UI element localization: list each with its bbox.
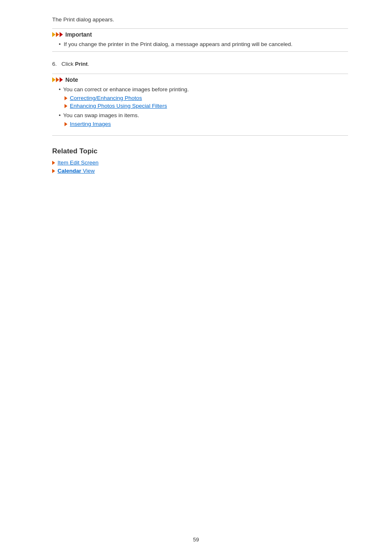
calendar-view-text: View	[81, 168, 95, 174]
link-calendar-view[interactable]: Calendar View	[58, 168, 95, 174]
link-row-enhancing: Enhancing Photos Using Special Filters	[65, 103, 348, 109]
arrow-icon-3	[65, 122, 67, 126]
note-bullet-2: You can swap images in items. Inserting …	[59, 112, 348, 127]
note-bullet-1-text: You can correct or enhance images before…	[59, 86, 348, 92]
note-icon	[52, 77, 63, 82]
link-row-inserting: Inserting Images	[65, 121, 348, 127]
note-box: Note You can correct or enhance images b…	[52, 74, 348, 136]
important-box: Important If you change the printer in t…	[52, 28, 348, 52]
related-topic-section: Related Topic Item Edit Screen Calendar …	[52, 147, 348, 174]
link-correcting-enhancing[interactable]: Correcting/Enhancing Photos	[70, 95, 142, 101]
important-bullet: If you change the printer in the Print d…	[59, 41, 348, 47]
important-content: If you change the printer in the Print d…	[52, 39, 348, 51]
note-bullet-2-links: Inserting Images	[65, 121, 348, 127]
important-header: Important	[52, 29, 348, 39]
related-link-row-1: Item Edit Screen	[52, 160, 348, 166]
arrow-icon-1	[65, 96, 67, 100]
link-enhancing-special[interactable]: Enhancing Photos Using Special Filters	[70, 103, 167, 109]
note-arrows	[52, 77, 63, 82]
arrow-icon-related-1	[52, 161, 55, 165]
step-6: 6. Click Print.	[52, 61, 348, 67]
note-content: You can correct or enhance images before…	[52, 85, 348, 135]
link-inserting-images[interactable]: Inserting Images	[70, 121, 111, 127]
step-text-click: Click	[62, 61, 75, 67]
page-footer: 59	[0, 536, 392, 543]
important-icon	[52, 32, 63, 37]
note-label: Note	[65, 76, 78, 83]
note-bullet-1-links: Correcting/Enhancing Photos Enhancing Ph…	[65, 95, 348, 109]
related-topic-title: Related Topic	[52, 147, 348, 155]
arrow-icon-2	[65, 104, 67, 108]
note-header: Note	[52, 74, 348, 85]
intro-paragraph: The Print dialog appears.	[52, 16, 348, 23]
link-row-correcting: Correcting/Enhancing Photos	[65, 95, 348, 101]
note-bullet-1: You can correct or enhance images before…	[59, 86, 348, 109]
important-label: Important	[65, 31, 92, 38]
step-number: 6.	[52, 61, 57, 67]
calendar-bold: Calendar	[58, 168, 81, 174]
arrow-icon-related-2	[52, 169, 55, 173]
important-arrows	[52, 32, 63, 37]
related-link-row-2: Calendar View	[52, 168, 348, 174]
step-bold-print: Print	[75, 61, 88, 67]
page-number: 59	[193, 536, 199, 543]
note-bullet-2-text: You can swap images in items.	[59, 112, 348, 118]
link-item-edit-screen[interactable]: Item Edit Screen	[58, 160, 99, 166]
